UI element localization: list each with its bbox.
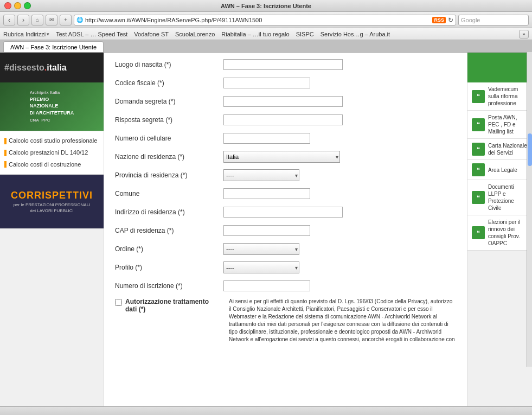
select-ordine[interactable]: ---- (223, 243, 299, 255)
yellow-bar-icon-3 (4, 161, 7, 168)
right-label-2: Posta AWN, PEC , FD e Mailing list (488, 114, 528, 135)
yellow-bar-icon (4, 138, 7, 144)
right-item-elezioni[interactable]: ❝ Elezioni per il rinnovo dei consigli P… (467, 215, 532, 251)
right-item-vademecum[interactable]: ❝ Vademecum sulla riforma professione (467, 82, 532, 111)
home-button[interactable]: ⌂ (31, 15, 43, 25)
right-item-posta[interactable]: ❝ Posta AWN, PEC , FD e Mailing list (467, 111, 532, 139)
active-tab[interactable]: AWN – Fase 3: Iscrizione Utente (3, 41, 104, 52)
label-codice: Codice fiscale (*) (115, 79, 223, 87)
label-ordine: Ordine (*) (115, 245, 223, 253)
browser-content: #dissesto.italia Archiprix Italia PREMIO… (0, 52, 532, 406)
right-label-5: Documenti LLPP e Protezione Civile (488, 183, 528, 212)
quote-icon-2: ❝ (472, 118, 485, 131)
title-bar: AWN – Fase 3: Iscrizione Utente (0, 0, 532, 12)
forward-button[interactable]: › (17, 15, 29, 25)
form-row-comune: Comune (115, 187, 456, 200)
bookmark-vodafone[interactable]: Vodafone ST (134, 31, 169, 37)
hashtag-text: #dissesto (4, 63, 44, 73)
maximize-button[interactable] (24, 2, 31, 9)
bookmark-label: Rubrica Indirizzi (3, 31, 46, 37)
link-label-3: Calcolo costi di costruzione (9, 159, 81, 170)
tab-label: AWN – Fase 3: Iscrizione Utente (10, 44, 97, 50)
more-bookmarks-button[interactable]: » (519, 30, 529, 39)
scrollbar-track[interactable] (527, 53, 532, 367)
dissesto-logo[interactable]: #dissesto.italia (0, 53, 104, 82)
input-indirizzo[interactable] (223, 207, 343, 218)
sidebar-link-3[interactable]: Calcolo costi di costruzione (4, 159, 99, 170)
corrispettivi-sub2: dei LAVORI PUBBLICI (30, 208, 73, 213)
right-label-3: Carta Nazionale dei Servizi (488, 142, 528, 156)
label-risposta: Risposta segreta (*) (115, 116, 223, 124)
italia-text: italia (47, 63, 66, 73)
right-sidebar: ❝ Vademecum sulla riforma professione ❝ … (467, 53, 532, 406)
input-cellulare[interactable] (223, 133, 310, 144)
premio-box[interactable]: Archiprix Italia PREMIO NAZIONALE DI ARC… (0, 82, 104, 131)
add-tab-button[interactable]: + (60, 15, 72, 25)
label-profilo: Profilo (*) (115, 264, 223, 271)
premio-text: Archiprix Italia PREMIO NAZIONALE DI ARC… (27, 86, 78, 126)
form-row-nazione: Nazione di residenza (*) Italia ▾ (115, 150, 456, 163)
input-cap[interactable] (223, 225, 310, 236)
input-comune[interactable] (223, 188, 310, 199)
form-row-profilo: Profilo (*) ---- ▾ (115, 261, 456, 274)
form-row-risposta: Risposta segreta (*) (115, 113, 456, 126)
scrollbar-thumb[interactable] (528, 133, 532, 166)
right-item-documenti[interactable]: ❝ Documenti LLPP e Protezione Civile (467, 180, 532, 215)
status-bar (0, 406, 532, 415)
form-row-cellulare: Numero di cellulare (115, 132, 456, 145)
input-luogo[interactable] (223, 59, 343, 70)
right-item-carta[interactable]: ❝ Carta Nazionale dei Servizi (467, 139, 532, 160)
bookmark-aruba[interactable]: Servizio Hos…g – Aruba.it (321, 31, 390, 37)
label-nazione: Nazione di residenza (*) (115, 153, 223, 161)
form-row-indirizzo: Indirizzo di residenza (*) (115, 206, 456, 219)
quote-icon-1: ❝ (472, 90, 485, 103)
address-bar[interactable]: 🌐 http://www.awn.it/AWN/Engine/RAServePG… (74, 15, 456, 25)
quote-icon-3: ❝ (472, 143, 485, 156)
link-label-2: Calcolo prestazioni DL 140/12 (9, 148, 88, 158)
search-bar[interactable]: Google (458, 15, 529, 25)
input-codice[interactable] (223, 78, 310, 88)
label-provincia: Provincia di residenza (*) (115, 171, 223, 179)
select-wrapper-provincia: ---- ▾ (223, 169, 299, 181)
form-row-codice: Codice fiscale (*) (115, 76, 456, 90)
right-label-4: Area Legale (488, 167, 517, 174)
minimize-button[interactable] (14, 2, 21, 9)
bookmark-scuola[interactable]: ScuolaLorenzo (175, 31, 215, 37)
close-button[interactable] (4, 2, 11, 9)
input-domanda[interactable] (223, 96, 343, 107)
bookmark-rubrica[interactable]: Rubrica Indirizzi ▾ (3, 31, 49, 37)
privacy-text: Ai sensi e per gli effetti di quanto pre… (229, 298, 456, 343)
quote-icon-4: ❝ (472, 163, 485, 176)
corrispettivi-box[interactable]: CORRISPETTIVI per le PRESTAZIONI PROFESS… (0, 175, 104, 229)
right-top-banner (467, 53, 532, 82)
privacy-label-text: Autorizzazione trattamento dati (*) (125, 298, 218, 313)
sidebar-links: Calcolo costi studio professionale Calco… (0, 131, 104, 175)
label-comune: Comune (115, 190, 223, 197)
bookmark-riabitalia[interactable]: Riabitalia – …il tuo regalo (221, 31, 289, 37)
quote-icon-5: ❝ (472, 191, 485, 204)
right-item-legale[interactable]: ❝ Area Legale (467, 160, 532, 180)
label-iscrizione: Numero di iscrizione (*) (115, 282, 223, 290)
label-indirizzo: Indirizzo di residenza (*) (115, 208, 223, 216)
bookmarks-bar: Rubrica Indirizzi ▾ Test ADSL – … Speed … (0, 28, 532, 40)
input-risposta[interactable] (223, 114, 343, 125)
refresh-button[interactable]: ↻ (448, 16, 453, 24)
select-provincia[interactable]: ---- (223, 169, 299, 181)
back-button[interactable]: ‹ (3, 15, 15, 25)
window-controls[interactable] (4, 2, 31, 9)
bookmark-sispc[interactable]: SISPC (296, 31, 314, 37)
input-iscrizione[interactable] (223, 280, 310, 291)
form-row-cap: CAP di residenza (*) (115, 224, 456, 237)
label-cap: CAP di residenza (*) (115, 227, 223, 234)
select-profilo[interactable]: ---- (223, 261, 299, 273)
navigation-bar: ‹ › ⌂ ✉ + 🌐 http://www.awn.it/AWN/Engine… (0, 12, 532, 28)
rss-badge[interactable]: RSS (432, 17, 446, 23)
sidebar-link-1[interactable]: Calcolo costi studio professionale (4, 136, 99, 146)
select-wrapper-profilo: ---- ▾ (223, 261, 299, 273)
email-button[interactable]: ✉ (46, 15, 57, 25)
bookmark-speedtest[interactable]: Test ADSL – … Speed Test (56, 31, 127, 37)
sidebar-link-2[interactable]: Calcolo prestazioni DL 140/12 (4, 148, 99, 158)
privacy-checkbox[interactable] (115, 299, 122, 306)
select-nazione[interactable]: Italia (223, 151, 340, 163)
privacy-section: Autorizzazione trattamento dati (*) Ai s… (115, 298, 456, 343)
